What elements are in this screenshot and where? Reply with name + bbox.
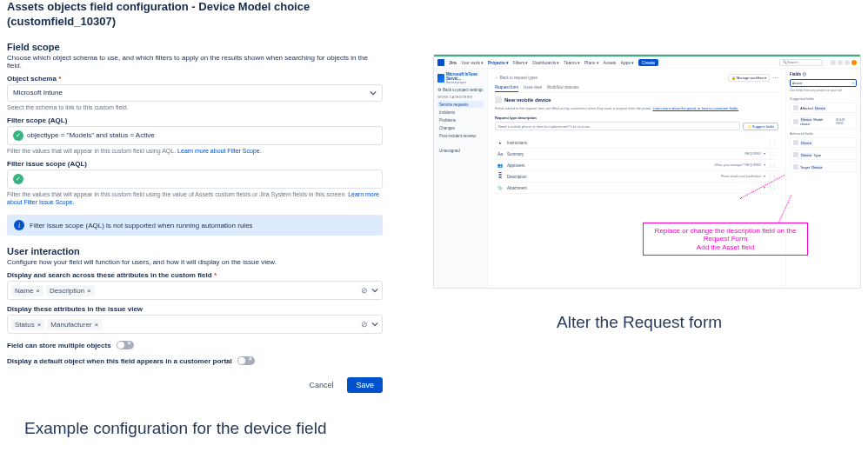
chevron-down-icon bbox=[371, 287, 378, 294]
back-to-request-types[interactable]: ← Back to request types bbox=[495, 76, 537, 80]
help-icon[interactable] bbox=[838, 60, 843, 65]
field-affected-device[interactable]: Affected Device bbox=[790, 103, 857, 113]
jira-logo-icon bbox=[437, 59, 444, 66]
form-row-attachment[interactable]: 📎Attachment▾ ⋮⋮ bbox=[495, 183, 778, 194]
fields-hint: Use fields from any project on your site bbox=[790, 89, 857, 92]
clear-icon[interactable]: ⊘ bbox=[361, 286, 368, 295]
filter-issue-scope-input[interactable]: ✓ bbox=[7, 170, 383, 189]
tab-request-form[interactable]: Request form bbox=[495, 85, 518, 92]
desc-link[interactable]: Learn more about the portal, or how to c… bbox=[652, 106, 738, 110]
field-device[interactable]: Device bbox=[790, 137, 857, 148]
user-interaction-heading: User interaction bbox=[7, 246, 383, 256]
sidebar-category: WORK CATEGORIES bbox=[437, 96, 484, 99]
filter-scope-link[interactable]: Learn more about Filter Scope. bbox=[177, 148, 262, 154]
chip-manufacturer[interactable]: Manufacturer× bbox=[47, 319, 102, 330]
rtd-input[interactable]: Need a mobile phone or time for replacem… bbox=[495, 122, 740, 130]
form-row-summary[interactable]: AaSummaryREQUIRED ▾ ⋮⋮ bbox=[495, 149, 778, 160]
filter-issue-scope-helper: Filter the values that will appear in th… bbox=[7, 190, 383, 206]
tab-workflow[interactable]: Workflow statuses bbox=[547, 85, 578, 92]
chip-description[interactable]: Description× bbox=[46, 285, 95, 296]
chip-name[interactable]: Name× bbox=[11, 285, 43, 296]
display-search-select[interactable]: Name× Description× ⊘ bbox=[7, 281, 383, 300]
filter-scope-label: Filter scope (AQL) bbox=[7, 116, 383, 124]
filter-scope-input[interactable]: ✓objecttype = "Models" and status = Acti… bbox=[7, 126, 383, 145]
close-icon[interactable]: × bbox=[87, 287, 91, 295]
field-scope-heading: Field scope bbox=[7, 42, 383, 52]
nav-assets[interactable]: Assets bbox=[604, 60, 617, 65]
tabs: Request form Issue view Workflow statuse… bbox=[495, 85, 778, 93]
suggested-label: Suggested fields bbox=[790, 97, 857, 101]
chip-status[interactable]: Status× bbox=[11, 319, 44, 330]
manage-workflow-button[interactable]: 🔒 Manage workflow ▾ bbox=[728, 74, 770, 82]
check-icon: ✓ bbox=[13, 174, 23, 184]
filter-scope-helper: Filter the values that will appear in th… bbox=[7, 147, 383, 155]
sidebar-item-changes[interactable]: Changes bbox=[437, 124, 484, 131]
jira-sidebar: Microsoft InTune Servic...Service projec… bbox=[434, 69, 488, 288]
form-row-instructions[interactable]: ▸Instructions⋮⋮ bbox=[495, 137, 778, 149]
field-scope-sub: Choose which object schema to use, and w… bbox=[7, 54, 383, 70]
request-form-screenshot: Jira Your work ▾ Projects ▾ Filters ▾ Da… bbox=[433, 54, 861, 289]
back-link[interactable]: ⚙ Back to project settings bbox=[437, 88, 484, 92]
form-rows: ▸Instructions⋮⋮ AaSummaryREQUIRED ▾ ⋮⋮ 👥… bbox=[495, 137, 778, 194]
clear-icon[interactable]: ⊘ bbox=[361, 320, 368, 329]
toggle-multiple-switch[interactable]: × bbox=[117, 341, 134, 349]
request-type-icon bbox=[495, 96, 502, 103]
nav-apps[interactable]: Apps ▾ bbox=[621, 60, 634, 65]
toggle-default-switch[interactable]: × bbox=[237, 356, 255, 365]
display-search-label: Display and search across these attribut… bbox=[7, 271, 383, 279]
annotation-box: Replace or change the description field … bbox=[643, 223, 808, 256]
nav-teams[interactable]: Teams ▾ bbox=[564, 60, 580, 65]
project-icon bbox=[437, 74, 444, 83]
display-issue-label: Display these attributes in the issue vi… bbox=[7, 305, 383, 313]
jira-nav: Your work ▾ Projects ▾ Filters ▾ Dashboa… bbox=[461, 60, 634, 65]
nav-your-work[interactable]: Your work ▾ bbox=[461, 60, 484, 65]
caption-left: Example configuration for the device fie… bbox=[24, 419, 326, 438]
sidebar-item-unassigned[interactable]: Unassigned bbox=[437, 147, 484, 154]
object-schema-select[interactable]: Microsoft Intune bbox=[7, 84, 383, 102]
nav-projects[interactable]: Projects ▾ bbox=[488, 60, 509, 65]
object-schema-helper: Select the schema to link to this custom… bbox=[7, 103, 383, 111]
request-type-title: New mobile device bbox=[495, 96, 778, 103]
cancel-button[interactable]: Cancel bbox=[300, 377, 342, 393]
fields-search[interactable]: device× bbox=[790, 79, 857, 87]
page-title: Assets objects field configuration - Dev… bbox=[7, 0, 383, 30]
avatar[interactable] bbox=[851, 60, 857, 65]
field-device-model-choice[interactable]: Device Model choiceIN 848 VIEW bbox=[790, 115, 857, 129]
chevron-down-icon bbox=[371, 321, 378, 328]
more-icon[interactable]: ⋯ bbox=[772, 75, 778, 82]
nav-dashboards[interactable]: Dashboards ▾ bbox=[532, 60, 559, 65]
nav-plans[interactable]: Plans ▾ bbox=[584, 60, 599, 65]
nav-filters[interactable]: Filters ▾ bbox=[513, 60, 529, 65]
sidebar-item-problems[interactable]: Problems bbox=[437, 116, 484, 123]
close-icon[interactable]: × bbox=[36, 287, 40, 295]
field-device-type[interactable]: Device Type bbox=[790, 150, 857, 160]
caption-right: Alter the Request form bbox=[557, 313, 722, 332]
toggle-multiple: Field can store multiple objects × bbox=[7, 341, 383, 349]
tab-issue-view[interactable]: Issue view bbox=[524, 85, 542, 92]
global-search[interactable]: 🔍 Search bbox=[779, 59, 823, 66]
request-type-desc: Fields added to the request form are fil… bbox=[495, 106, 778, 110]
filter-issue-scope-label: Filter issue scope (AQL) bbox=[7, 160, 383, 168]
create-button[interactable]: Create bbox=[638, 59, 658, 66]
display-issue-select[interactable]: Status× Manufacturer× ⊘ bbox=[7, 315, 383, 334]
check-icon: ✓ bbox=[13, 130, 23, 141]
chevron-down-icon bbox=[370, 90, 377, 96]
bell-icon[interactable] bbox=[831, 60, 836, 65]
close-icon[interactable]: × bbox=[95, 321, 99, 329]
close-icon[interactable]: × bbox=[37, 321, 42, 329]
suggest-fields-button[interactable]: ✨ Suggest fields bbox=[743, 123, 778, 130]
save-button[interactable]: Save bbox=[347, 377, 383, 393]
user-interaction-sub: Configure how your field will function f… bbox=[7, 258, 383, 266]
sidebar-item-incidents[interactable]: Incidents bbox=[437, 109, 484, 116]
field-target-device[interactable]: Target Device bbox=[790, 162, 857, 172]
rtd-label: Request type description bbox=[495, 116, 778, 120]
settings-icon[interactable] bbox=[845, 60, 850, 65]
clear-icon[interactable]: × bbox=[852, 81, 854, 85]
object-schema-label: Object schema * bbox=[7, 75, 383, 83]
form-row-approvers[interactable]: 👥ApproversWho's your manager? REQUIRED ▾… bbox=[495, 160, 778, 171]
sidebar-item-pir[interactable]: Post-incident reviews bbox=[437, 132, 484, 139]
sidebar-item-service-requests[interactable]: Service requests bbox=[437, 101, 484, 108]
form-row-description[interactable]: ≣DescriptionPhone details and justificat… bbox=[495, 171, 778, 183]
project-name[interactable]: Microsoft InTune Servic... bbox=[446, 72, 484, 81]
advanced-label: Advanced fields bbox=[790, 132, 857, 136]
